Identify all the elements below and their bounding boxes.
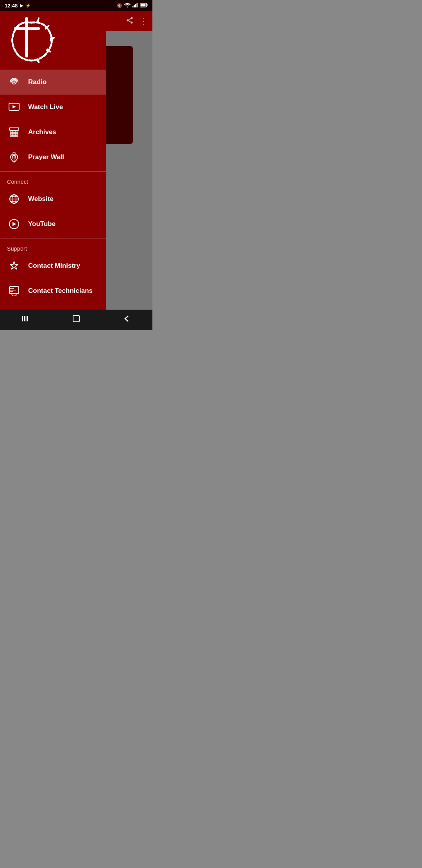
prayer-wall-label: Prayer Wall bbox=[28, 153, 64, 161]
back-button[interactable] bbox=[113, 311, 141, 328]
connect-divider bbox=[0, 171, 106, 172]
svg-rect-23 bbox=[10, 133, 18, 135]
svg-marker-35 bbox=[13, 222, 16, 226]
sidebar-item-contact-ministry[interactable]: Contact Ministry bbox=[0, 253, 106, 278]
status-bar: 12:48 ▶ ⚡ 🔇 bbox=[0, 0, 152, 11]
svg-point-10 bbox=[131, 22, 133, 23]
website-label: Website bbox=[28, 195, 54, 203]
wifi-icon bbox=[124, 3, 131, 8]
svg-rect-24 bbox=[10, 136, 18, 136]
radio-icon bbox=[7, 75, 21, 89]
svg-rect-2 bbox=[134, 5, 135, 8]
contact-technicians-label: Contact Technicians bbox=[28, 287, 93, 295]
prayer-wall-icon bbox=[7, 150, 21, 164]
svg-point-16 bbox=[13, 81, 15, 83]
svg-rect-40 bbox=[22, 316, 23, 321]
sidebar-item-website[interactable]: Website bbox=[0, 187, 106, 212]
support-section-header: Support bbox=[0, 240, 106, 253]
svg-line-12 bbox=[129, 18, 131, 20]
more-options-icon[interactable]: ⋮ bbox=[140, 16, 148, 26]
svg-rect-21 bbox=[9, 128, 19, 130]
svg-rect-20 bbox=[11, 111, 17, 111]
app-logo bbox=[8, 17, 59, 64]
sidebar-item-radio[interactable]: Radio bbox=[0, 70, 106, 95]
archives-label: Archives bbox=[28, 128, 56, 136]
connect-section-header: Connect bbox=[0, 173, 106, 187]
watch-live-icon bbox=[7, 100, 21, 114]
svg-rect-41 bbox=[24, 316, 25, 321]
svg-rect-43 bbox=[73, 316, 79, 322]
youtube-icon bbox=[7, 217, 21, 231]
play-icon: ▶ bbox=[20, 3, 23, 8]
sidebar-item-contact-technicians[interactable]: Contact Technicians bbox=[0, 278, 106, 303]
svg-marker-18 bbox=[13, 105, 16, 108]
watch-live-label: Watch Live bbox=[28, 103, 63, 111]
bolt-icon: ⚡ bbox=[25, 3, 31, 8]
svg-point-8 bbox=[131, 17, 133, 19]
navigation-bar bbox=[0, 310, 152, 330]
navigation-drawer: Radio Watch Live bbox=[0, 11, 106, 330]
sidebar-item-youtube[interactable]: YouTube bbox=[0, 212, 106, 237]
menu-section: Radio Watch Live bbox=[0, 70, 106, 330]
recent-apps-button[interactable] bbox=[12, 311, 39, 328]
mute-icon: 🔇 bbox=[117, 3, 122, 8]
svg-rect-3 bbox=[135, 4, 136, 7]
drawer-header bbox=[0, 11, 106, 70]
signal-icon bbox=[132, 3, 138, 8]
sidebar-item-watch-live[interactable]: Watch Live bbox=[0, 95, 106, 120]
battery-icon bbox=[140, 3, 148, 8]
svg-rect-42 bbox=[27, 316, 28, 321]
status-time: 12:48 bbox=[5, 3, 18, 9]
svg-point-9 bbox=[127, 19, 129, 21]
sidebar-item-archives[interactable]: Archives bbox=[0, 120, 106, 145]
svg-point-0 bbox=[127, 7, 128, 8]
archives-icon bbox=[7, 125, 21, 139]
svg-point-28 bbox=[13, 152, 15, 154]
svg-rect-4 bbox=[137, 3, 138, 7]
svg-rect-1 bbox=[132, 6, 134, 7]
radio-label: Radio bbox=[28, 78, 46, 86]
svg-rect-22 bbox=[10, 131, 18, 133]
svg-line-11 bbox=[129, 21, 131, 22]
support-divider bbox=[0, 238, 106, 239]
share-icon[interactable] bbox=[126, 16, 134, 26]
contact-technicians-icon bbox=[7, 284, 21, 298]
home-button[interactable] bbox=[63, 311, 90, 328]
sidebar-item-prayer-wall[interactable]: Prayer Wall bbox=[0, 145, 106, 170]
youtube-label: YouTube bbox=[28, 220, 55, 228]
contact-ministry-label: Contact Ministry bbox=[28, 262, 80, 270]
website-icon bbox=[7, 192, 21, 206]
contact-ministry-icon bbox=[7, 259, 21, 273]
svg-rect-7 bbox=[141, 4, 146, 7]
svg-rect-6 bbox=[147, 4, 148, 6]
